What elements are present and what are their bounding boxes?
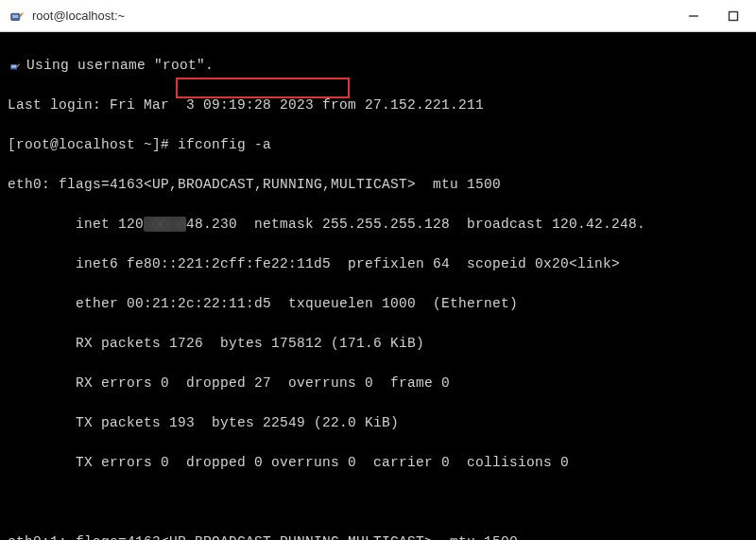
svg-rect-6: [11, 64, 16, 67]
blank-line: [8, 493, 748, 513]
shell-command: ifconfig -a: [178, 137, 271, 152]
maximize-button[interactable]: [722, 5, 745, 27]
window-title: root@localhost:~: [32, 9, 682, 23]
eth0-rx-errors: RX errors 0 dropped 27 overruns 0 frame …: [8, 374, 748, 393]
last-login-line: Last login: Fri Mar 3 09:19:28 2023 from…: [8, 96, 748, 115]
eth0-tx-errors: TX errors 0 dropped 0 overruns 0 carrier…: [8, 453, 748, 473]
banner-text: Using username "root".: [26, 56, 214, 76]
terminal-banner-line: Using username "root".: [8, 56, 748, 76]
svg-rect-4: [730, 11, 738, 20]
svg-point-2: [22, 11, 24, 13]
putty-icon: [8, 7, 26, 26]
eth01-header: eth0:1: flags=4163<UP,BROADCAST,RUNNING,…: [8, 532, 748, 540]
eth0-inet6-line: inet6 fe80::221:2cff:fe22:11d5 prefixlen…: [8, 254, 748, 274]
putty-icon-small: [8, 59, 23, 74]
prompt-line: [root@localhost ~]# ifconfig -a: [8, 135, 748, 155]
eth0-header: eth0: flags=4163<UP,BROADCAST,RUNNING,MU…: [8, 175, 748, 195]
eth0-inet-b: 48.230 netmask 255.255.255.128 broadcast…: [186, 217, 645, 232]
eth0-inet-line: inet 120.xx.x48.230 netmask 255.255.255.…: [8, 215, 748, 235]
eth0-tx-packets: TX packets 193 bytes 22549 (22.0 KiB): [8, 413, 748, 433]
window-controls: [682, 5, 745, 27]
redacted-ip: .xx.x: [144, 217, 186, 232]
window-titlebar: root@localhost:~: [0, 0, 756, 32]
eth0-ether-line: ether 00:21:2c:22:11:d5 txqueuelen 1000 …: [8, 294, 748, 314]
svg-rect-1: [12, 14, 18, 18]
eth0-rx-packets: RX packets 1726 bytes 175812 (171.6 KiB): [8, 334, 748, 354]
shell-prompt: [root@localhost ~]#: [8, 137, 178, 152]
eth0-inet-a: inet 120: [8, 217, 144, 232]
terminal-output[interactable]: Using username "root". Last login: Fri M…: [0, 32, 756, 540]
minimize-button[interactable]: [682, 5, 705, 27]
